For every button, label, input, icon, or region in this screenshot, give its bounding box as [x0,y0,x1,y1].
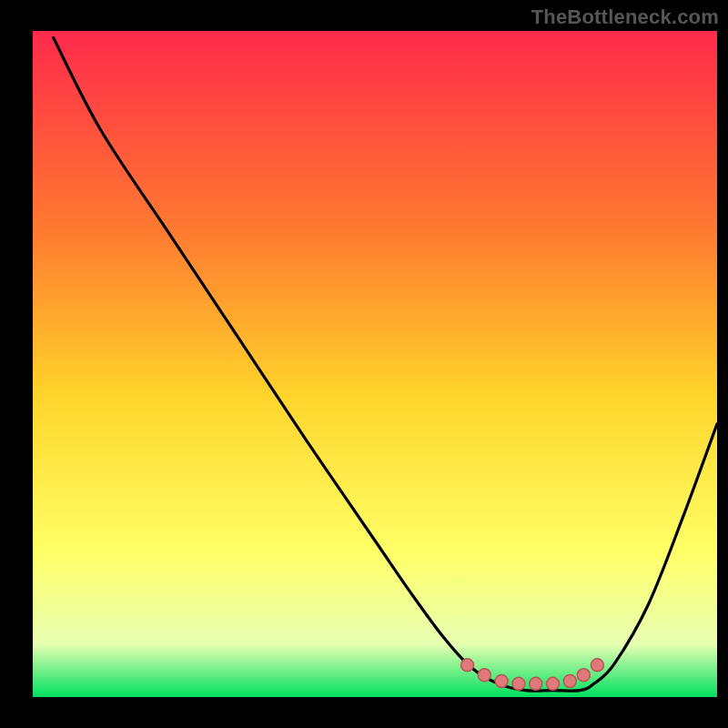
bottleneck-chart [0,0,728,728]
optimum-point [512,677,525,690]
optimum-point [478,669,490,682]
optimum-point [591,659,603,672]
chart-container: TheBottleneck.com [0,0,728,728]
optimum-point [563,674,576,687]
optimum-point [577,669,590,682]
watermark: TheBottleneck.com [531,5,719,29]
gradient-background [33,31,717,697]
optimum-point [495,674,508,687]
optimum-point [530,677,542,690]
optimum-point [461,659,474,672]
optimum-point [547,677,560,690]
